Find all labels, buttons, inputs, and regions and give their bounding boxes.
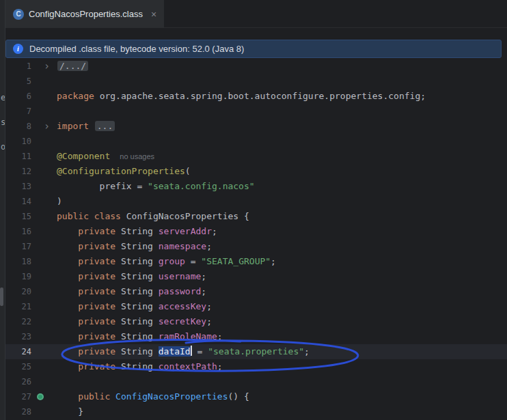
line-number[interactable]: 10 [5,134,31,149]
token-def: ; [217,361,223,372]
code-line[interactable]: 24 private String dataId = "seata.proper… [5,344,507,359]
tab-confignacosproperties[interactable]: C ConfigNacosProperties.class × [5,0,164,28]
line-number[interactable]: 26 [5,374,31,389]
editor-tab-bar: C ConfigNacosProperties.class × [0,0,507,28]
code-line[interactable]: 22 private String secretKey; [5,314,507,329]
gutter-slot [31,344,57,359]
code-line[interactable]: 25 private String contextPath; [5,359,507,374]
line-number[interactable]: 24 [5,344,31,359]
gutter-slot: › [31,119,57,134]
code-line[interactable]: 21 private String accessKey; [5,299,507,314]
gutter-slot [31,299,57,314]
line-number[interactable]: 6 [5,89,31,104]
clipped-tree-text: o [1,142,5,152]
gutter-slot [31,404,57,419]
code-text: private String secretKey; [57,314,507,329]
line-number[interactable]: 7 [5,104,31,119]
gutter-slot [31,179,57,194]
code-line[interactable]: 16 private String serverAddr; [5,224,507,239]
token-kw: private [78,271,121,281]
constructor-gutter-icon[interactable] [37,393,44,400]
line-number[interactable]: 16 [5,224,31,239]
code-line[interactable]: 10 [5,134,507,149]
code-line[interactable]: 18 private String group = "SEATA_GROUP"; [5,254,507,269]
code-text: private String group = "SEATA_GROUP"; [57,254,507,269]
code-text: private String password; [57,284,507,299]
panel-scrollbar-thumb[interactable] [0,288,3,306]
code-line[interactable]: 26 [5,374,507,389]
token-def: ; [217,331,223,341]
token-ann: @Component [57,151,110,161]
code-line[interactable]: 6package org.apache.seata.spring.boot.au… [5,89,507,104]
code-line[interactable]: 7 [5,104,507,119]
line-number[interactable]: 18 [5,254,31,269]
line-number[interactable]: 21 [5,299,31,314]
code-editor[interactable]: 1›/.../56package org.apache.seata.spring… [5,59,507,419]
line-number[interactable]: 8 [5,119,31,134]
code-line[interactable]: 23 private String ramRoleName; [5,329,507,344]
fold-arrow-icon[interactable]: › [44,59,50,74]
token-def: ; [206,301,212,311]
token-def: ; [201,271,206,281]
line-number[interactable]: 17 [5,239,31,254]
code-line[interactable]: 13 prefix = "seata.config.nacos" [5,179,507,194]
token-field: contextPath [159,361,217,372]
line-number[interactable]: 1 [5,59,31,74]
code-text: /.../ [57,59,507,74]
token-def: String [121,346,159,356]
token-def: String [121,331,159,341]
line-number[interactable]: 27 [5,389,31,404]
token-def [57,241,78,251]
token-kw: private [78,256,121,266]
line-number[interactable]: 11 [5,149,31,164]
code-line[interactable]: 17 private String namespace; [5,239,507,254]
token-def [57,256,78,266]
code-line[interactable]: 14) [5,194,507,209]
line-number[interactable]: 15 [5,209,31,224]
token-def: String [121,256,159,266]
gutter-slot [31,89,57,104]
line-number[interactable]: 5 [5,74,31,89]
code-line[interactable]: 12@ConfigurationProperties( [5,164,507,179]
line-number[interactable]: 12 [5,164,31,179]
code-line[interactable]: 27 public ConfigNacosProperties() { [5,389,507,404]
gutter-slot [31,134,57,149]
tab-title: ConfigNacosProperties.class [29,9,143,19]
code-line[interactable]: 19 private String username; [5,269,507,284]
line-number[interactable]: 22 [5,314,31,329]
code-line[interactable]: 1›/.../ [5,59,507,74]
token-field: password [159,286,202,296]
token-def: String [121,301,159,311]
line-number[interactable]: 25 [5,359,31,374]
token-hint: no usages [120,152,154,160]
gutter-slot [31,359,57,374]
clipped-tree-text: s [1,117,5,127]
token-def: ; [271,256,276,266]
token-str: "seata.config.nacos" [148,181,255,191]
line-number[interactable]: 13 [5,179,31,194]
token-kw: private [78,331,121,341]
line-number[interactable]: 14 [5,194,31,209]
tab-close-icon[interactable]: × [151,9,156,20]
line-number[interactable]: 28 [5,404,31,419]
token-def [57,271,78,281]
code-line[interactable]: 8›import ... [5,119,507,134]
token-kw: private [78,241,121,251]
code-line[interactable]: 15public class ConfigNacosProperties { [5,209,507,224]
line-number[interactable]: 20 [5,284,31,299]
code-line[interactable]: 5 [5,74,507,89]
fold-arrow-icon[interactable]: › [44,119,50,134]
code-line[interactable]: 20 private String password; [5,284,507,299]
token-def: prefix = [57,181,148,191]
gutter-slot [31,149,57,164]
token-def [57,286,78,296]
code-line[interactable]: 28 } [5,404,507,419]
code-line[interactable]: 11@Componentno usages [5,149,507,164]
token-folded: /.../ [57,61,88,71]
line-number[interactable]: 19 [5,269,31,284]
token-field: namespace [159,241,206,251]
code-text: ) [57,194,507,209]
line-number[interactable]: 23 [5,329,31,344]
code-text: prefix = "seata.config.nacos" [57,179,507,194]
token-def: = [192,346,208,356]
